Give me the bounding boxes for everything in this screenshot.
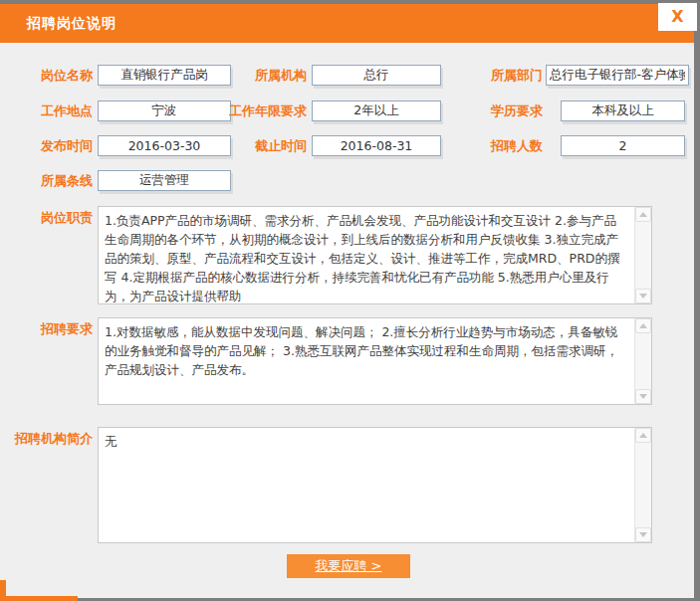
job-duties-textarea[interactable]: 1.负责APP产品的市场调研、需求分析、产品机会发现、产品功能设计和交互设计 2… — [99, 207, 634, 303]
location-input[interactable] — [98, 100, 231, 121]
label-job-requirements: 招聘要求 — [8, 319, 93, 339]
scroll-down-icon — [639, 394, 647, 399]
dialog-header: 招聘岗位说明 — [0, 4, 694, 43]
scroll-up-button[interactable] — [635, 428, 651, 443]
org-intro-scrollbar[interactable] — [634, 428, 651, 542]
apply-button[interactable]: 我要应聘 > — [287, 554, 410, 578]
label-location: 工作地点 — [8, 101, 93, 121]
business-line-input[interactable] — [98, 170, 231, 191]
department-input[interactable] — [546, 65, 689, 86]
job-duties-scrollbar[interactable] — [634, 207, 651, 303]
page-background: 招聘岗位说明 岗位名称 所属机构 所属部门 工作地点 工作年限要求 学历要求 发… — [0, 0, 700, 601]
label-headcount: 招聘人数 — [463, 136, 543, 156]
scroll-up-button[interactable] — [635, 318, 651, 333]
organization-input[interactable] — [312, 65, 441, 86]
job-requirements-scrollbar[interactable] — [634, 318, 651, 404]
scroll-up-icon — [639, 433, 647, 438]
label-position-name: 岗位名称 — [8, 66, 93, 86]
scroll-down-button[interactable] — [635, 289, 651, 303]
corner-decoration-horizontal — [0, 596, 78, 601]
headcount-input[interactable] — [561, 135, 685, 156]
label-organization: 所属机构 — [227, 66, 307, 86]
scroll-up-icon — [639, 212, 647, 217]
org-intro-box: 无 — [98, 427, 652, 543]
publish-date-input[interactable] — [98, 135, 231, 156]
label-publish-date: 发布时间 — [8, 136, 93, 156]
label-deadline: 截止时间 — [227, 136, 307, 156]
label-org-intro: 招聘机构简介 — [8, 429, 93, 449]
label-job-duties: 岗位职责 — [8, 208, 93, 228]
scroll-down-icon — [639, 294, 647, 299]
label-business-line: 所属条线 — [8, 171, 93, 191]
job-description-dialog: 招聘岗位说明 岗位名称 所属机构 所属部门 工作地点 工作年限要求 学历要求 发… — [0, 4, 694, 598]
label-department: 所属部门 — [463, 66, 543, 86]
job-requirements-textarea[interactable]: 1.对数据敏感，能从数据中发现问题、解决问题； 2.擅长分析行业趋势与市场动态，… — [99, 318, 634, 404]
position-name-input[interactable] — [98, 65, 231, 86]
label-experience: 工作年限要求 — [227, 101, 307, 121]
scroll-up-icon — [639, 323, 647, 328]
job-requirements-box: 1.对数据敏感，能从数据中发现问题、解决问题； 2.擅长分析行业趋势与市场动态，… — [98, 317, 652, 405]
label-education: 学历要求 — [463, 101, 543, 121]
scroll-down-button[interactable] — [635, 527, 651, 542]
experience-input[interactable] — [312, 100, 441, 121]
org-intro-textarea[interactable]: 无 — [99, 428, 634, 542]
deadline-input[interactable] — [312, 135, 441, 156]
close-button[interactable]: X — [658, 3, 697, 31]
job-duties-box: 1.负责APP产品的市场调研、需求分析、产品机会发现、产品功能设计和交互设计 2… — [98, 206, 652, 304]
scroll-down-icon — [639, 532, 647, 537]
education-input[interactable] — [561, 100, 685, 121]
scroll-up-button[interactable] — [635, 207, 651, 222]
scroll-down-button[interactable] — [635, 389, 651, 404]
dialog-title: 招聘岗位说明 — [27, 4, 117, 43]
